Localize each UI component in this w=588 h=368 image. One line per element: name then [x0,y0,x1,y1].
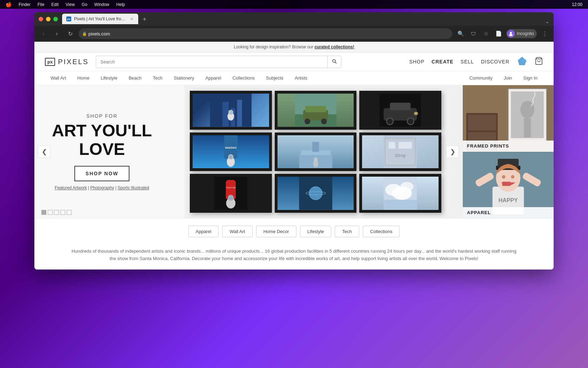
slider-arrow-left[interactable]: ❮ [38,145,51,158]
tab-favicon: px [66,16,71,21]
new-tab-button[interactable]: + [140,14,149,24]
subnav-stationery[interactable]: Stationery [168,71,200,85]
svg-text:Stroy: Stroy [395,152,406,158]
cart-icon[interactable] [535,57,543,67]
address-bar: ‹ › ↻ 🔒 🔍 🛡 ☆ 📄 Incognito [34,26,554,42]
svg-point-13 [229,111,232,114]
shop-now-button[interactable]: SHOP NOW [74,166,130,181]
svg-rect-19 [305,106,326,112]
subnav-tech[interactable]: Tech [147,71,168,85]
pixels-bird-icon[interactable] [516,55,528,68]
svg-rect-8 [222,102,229,127]
subnav-signin[interactable]: Sign In [518,71,543,85]
svg-rect-39 [399,142,405,149]
subnav-artists[interactable]: Artists [289,71,313,85]
close-button[interactable] [39,17,43,21]
apple-menu[interactable]: 🍎 [6,2,12,7]
svg-point-24 [407,118,414,125]
svg-rect-33 [312,142,319,152]
pill-tab-tech[interactable]: Tech [335,226,359,237]
announcement-link[interactable]: curated collections! [314,45,354,49]
mac-menu-file[interactable]: File [38,2,44,7]
tab-close-button[interactable]: ✕ [129,16,134,22]
pill-tab-home-decor[interactable]: Home Decor [256,226,296,237]
subnav-community[interactable]: Community [464,71,498,85]
svg-point-25 [414,112,418,115]
apparel-label: APPAREL [463,207,554,218]
svg-rect-38 [389,142,395,149]
shop-nav[interactable]: SHOP [409,59,425,64]
mac-menu-help[interactable]: Help [116,2,125,7]
svg-point-47 [229,196,233,200]
art-grid: NASDAO [184,85,462,218]
mac-clock: 12:00 [572,2,582,7]
pill-tab-collections[interactable]: Collections [363,226,400,237]
mac-menu-view[interactable]: View [66,2,75,7]
search-input[interactable] [96,56,327,67]
search-icon[interactable]: 🔍 [456,29,466,39]
star-icon[interactable]: ☆ [481,29,491,39]
browser-chrome: px Pixels | Art You'll Love from Ind ✕ +… [34,12,554,42]
create-nav[interactable]: CREATE [432,59,454,64]
pill-tab-apparel[interactable]: Apparel [188,226,219,237]
more-options-icon[interactable]: ⋮ [540,29,549,39]
subnav-apparel[interactable]: Apparel [200,71,227,85]
back-button[interactable]: ‹ [39,29,48,39]
address-input[interactable] [79,28,452,39]
art-frame-1 [190,91,272,130]
subnav-home[interactable]: Home [72,71,95,85]
forward-button[interactable]: › [52,29,62,39]
svg-rect-55 [384,200,417,210]
discover-nav[interactable]: DISCOVER [481,59,509,64]
hero-sidebar: FRAMED PRINTS HAPPY [462,85,554,218]
reader-icon[interactable]: 📄 [494,29,503,39]
svg-point-1 [509,34,513,36]
pill-tab-lifestyle[interactable]: Lifestyle [300,226,332,237]
announcement-text: Looking for design inspiration? Browse o… [234,45,314,49]
art-frame-8 [275,174,357,213]
subnav-wall-art[interactable]: Wall Art [45,71,72,85]
svg-point-0 [510,32,512,34]
active-tab[interactable]: px Pixels | Art You'll Love from Ind ✕ [62,14,138,24]
slider-dot-1[interactable] [41,210,46,215]
mac-menu-go[interactable]: Go [82,2,87,7]
minimize-button[interactable] [46,17,51,21]
mac-menu-finder[interactable]: Finder [19,2,31,7]
profile-button[interactable]: Incognito [506,29,537,38]
photography-link[interactable]: Photography [90,185,114,190]
mac-menu-right: 12:00 [572,2,582,7]
tab-bar-menu[interactable]: ⌄ [545,19,549,24]
subnav-subjects[interactable]: Subjects [260,71,289,85]
sell-nav[interactable]: SELL [461,59,474,64]
maximize-button[interactable] [53,17,58,21]
framed-prints-label: FRAMED PRINTS [463,141,554,151]
subnav-beach[interactable]: Beach [123,71,147,85]
svg-point-30 [229,155,232,158]
slider-dot-5[interactable] [67,210,72,215]
subnav-lifestyle[interactable]: Lifestyle [95,71,123,85]
svg-line-3 [335,62,336,63]
svg-rect-75 [502,182,511,186]
logo-area: px PIXELS [45,58,89,66]
slider-dot-2[interactable] [48,210,53,215]
svg-text:HAPPY: HAPPY [499,197,518,203]
announcement-bar: Looking for design inspiration? Browse o… [34,42,554,53]
subnav-collections[interactable]: Collections [227,71,260,85]
mac-menu-edit[interactable]: Edit [51,2,59,7]
slider-arrow-right[interactable]: ❯ [446,145,459,158]
shield-icon[interactable]: 🛡 [468,29,478,39]
slider-dot-3[interactable] [54,210,59,215]
mac-menu-window[interactable]: Window [94,2,109,7]
refresh-button[interactable]: ↻ [65,29,75,39]
pill-tab-wall-art[interactable]: Wall Art [222,226,252,237]
sports-illustrated-link[interactable]: Sports Illustrated [118,185,149,190]
profile-avatar [507,30,515,38]
framed-prints-card[interactable]: FRAMED PRINTS [463,85,554,152]
slider-dot-4[interactable] [60,210,65,215]
apparel-card[interactable]: HAPPY [463,152,554,218]
svg-point-74 [511,175,514,179]
art-frame-3 [359,91,441,130]
subnav-join[interactable]: Join [498,71,518,85]
search-button[interactable] [327,56,341,68]
featured-artwork-link[interactable]: Featured Artwork [55,185,87,190]
